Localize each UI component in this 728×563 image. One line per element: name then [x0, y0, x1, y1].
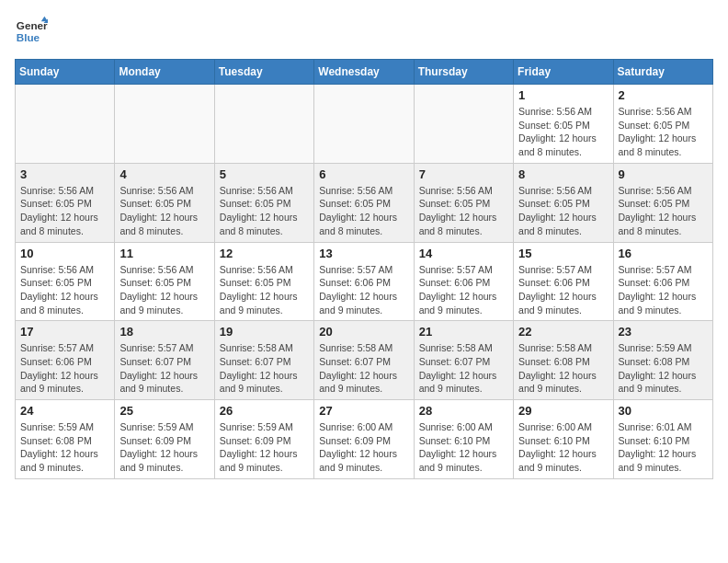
day-of-week-header: Monday: [115, 60, 214, 85]
day-info: Sunrise: 5:56 AM Sunset: 6:05 PM Dayligh…: [518, 105, 608, 159]
day-info: Sunrise: 5:56 AM Sunset: 6:05 PM Dayligh…: [20, 263, 109, 317]
day-number: 1: [518, 88, 608, 102]
day-number: 20: [319, 325, 408, 339]
day-info: Sunrise: 6:01 AM Sunset: 6:10 PM Dayligh…: [619, 420, 708, 475]
day-number: 13: [319, 247, 408, 260]
day-info: Sunrise: 5:56 AM Sunset: 6:05 PM Dayligh…: [518, 184, 608, 238]
day-number: 28: [419, 404, 508, 418]
day-info: Sunrise: 5:56 AM Sunset: 6:05 PM Dayligh…: [119, 263, 209, 317]
calendar-day-cell: 13Sunrise: 5:57 AM Sunset: 6:06 PM Dayli…: [314, 242, 414, 321]
svg-text:Blue: Blue: [17, 31, 40, 43]
day-number: 17: [20, 325, 109, 339]
calendar-day-cell: [414, 85, 513, 164]
calendar-table: SundayMondayTuesdayWednesdayThursdayFrid…: [15, 59, 713, 479]
calendar-day-cell: 8Sunrise: 5:56 AM Sunset: 6:05 PM Daylig…: [514, 163, 613, 242]
day-info: Sunrise: 5:57 AM Sunset: 6:06 PM Dayligh…: [419, 263, 508, 317]
day-of-week-header: Saturday: [613, 60, 712, 85]
calendar-week-row: 1Sunrise: 5:56 AM Sunset: 6:05 PM Daylig…: [16, 85, 713, 164]
calendar-week-row: 17Sunrise: 5:57 AM Sunset: 6:06 PM Dayli…: [16, 321, 713, 400]
day-number: 8: [518, 167, 608, 181]
day-number: 24: [20, 404, 109, 418]
calendar-day-cell: 28Sunrise: 6:00 AM Sunset: 6:10 PM Dayli…: [414, 400, 513, 479]
day-of-week-header: Sunday: [16, 60, 115, 85]
day-info: Sunrise: 6:00 AM Sunset: 6:09 PM Dayligh…: [319, 420, 408, 475]
day-info: Sunrise: 5:57 AM Sunset: 6:06 PM Dayligh…: [20, 341, 109, 396]
day-info: Sunrise: 5:57 AM Sunset: 6:06 PM Dayligh…: [619, 263, 708, 317]
day-info: Sunrise: 5:58 AM Sunset: 6:07 PM Dayligh…: [220, 341, 309, 396]
day-number: 14: [419, 247, 508, 260]
calendar-day-cell: 30Sunrise: 6:01 AM Sunset: 6:10 PM Dayli…: [613, 400, 712, 479]
calendar-day-cell: 14Sunrise: 5:57 AM Sunset: 6:06 PM Dayli…: [414, 242, 513, 321]
calendar-week-row: 24Sunrise: 5:59 AM Sunset: 6:08 PM Dayli…: [16, 400, 713, 479]
day-number: 15: [518, 247, 608, 260]
calendar-day-cell: 1Sunrise: 5:56 AM Sunset: 6:05 PM Daylig…: [514, 85, 613, 164]
calendar-day-cell: 22Sunrise: 5:58 AM Sunset: 6:08 PM Dayli…: [514, 321, 613, 400]
day-of-week-header: Thursday: [414, 60, 513, 85]
day-info: Sunrise: 5:59 AM Sunset: 6:09 PM Dayligh…: [220, 420, 309, 475]
day-of-week-header: Friday: [514, 60, 613, 85]
day-info: Sunrise: 5:58 AM Sunset: 6:08 PM Dayligh…: [518, 341, 608, 396]
calendar-week-row: 3Sunrise: 5:56 AM Sunset: 6:05 PM Daylig…: [16, 163, 713, 242]
calendar-day-cell: 21Sunrise: 5:58 AM Sunset: 6:07 PM Dayli…: [414, 321, 513, 400]
day-number: 21: [419, 325, 508, 339]
calendar-week-row: 10Sunrise: 5:56 AM Sunset: 6:05 PM Dayli…: [16, 242, 713, 321]
day-info: Sunrise: 5:56 AM Sunset: 6:05 PM Dayligh…: [220, 263, 309, 317]
day-info: Sunrise: 5:59 AM Sunset: 6:08 PM Dayligh…: [619, 341, 708, 396]
calendar-day-cell: 20Sunrise: 5:58 AM Sunset: 6:07 PM Dayli…: [314, 321, 414, 400]
logo: General Blue: [15, 15, 48, 48]
calendar-day-cell: 11Sunrise: 5:56 AM Sunset: 6:05 PM Dayli…: [115, 242, 214, 321]
calendar-day-cell: 15Sunrise: 5:57 AM Sunset: 6:06 PM Dayli…: [514, 242, 613, 321]
day-number: 27: [319, 404, 408, 418]
calendar-day-cell: 23Sunrise: 5:59 AM Sunset: 6:08 PM Dayli…: [613, 321, 712, 400]
calendar-day-cell: [16, 85, 115, 164]
calendar-day-cell: 16Sunrise: 5:57 AM Sunset: 6:06 PM Dayli…: [613, 242, 712, 321]
day-info: Sunrise: 5:59 AM Sunset: 6:08 PM Dayligh…: [20, 420, 109, 475]
calendar-day-cell: 6Sunrise: 5:56 AM Sunset: 6:05 PM Daylig…: [314, 163, 414, 242]
calendar-day-cell: 26Sunrise: 5:59 AM Sunset: 6:09 PM Dayli…: [214, 400, 313, 479]
day-number: 30: [619, 404, 708, 418]
calendar-day-cell: 17Sunrise: 5:57 AM Sunset: 6:06 PM Dayli…: [16, 321, 115, 400]
calendar-day-cell: 25Sunrise: 5:59 AM Sunset: 6:09 PM Dayli…: [115, 400, 214, 479]
day-number: 18: [119, 325, 209, 339]
calendar-day-cell: 24Sunrise: 5:59 AM Sunset: 6:08 PM Dayli…: [16, 400, 115, 479]
day-number: 6: [319, 167, 408, 181]
calendar-day-cell: 29Sunrise: 6:00 AM Sunset: 6:10 PM Dayli…: [514, 400, 613, 479]
day-info: Sunrise: 5:57 AM Sunset: 6:06 PM Dayligh…: [518, 263, 608, 317]
day-number: 25: [119, 404, 209, 418]
day-number: 9: [619, 167, 708, 181]
day-info: Sunrise: 5:57 AM Sunset: 6:07 PM Dayligh…: [119, 341, 209, 396]
calendar-day-cell: 7Sunrise: 5:56 AM Sunset: 6:05 PM Daylig…: [414, 163, 513, 242]
calendar-day-cell: 3Sunrise: 5:56 AM Sunset: 6:05 PM Daylig…: [16, 163, 115, 242]
day-number: 23: [619, 325, 708, 339]
day-info: Sunrise: 5:57 AM Sunset: 6:06 PM Dayligh…: [319, 263, 408, 317]
calendar-day-cell: [115, 85, 214, 164]
calendar-day-cell: 18Sunrise: 5:57 AM Sunset: 6:07 PM Dayli…: [115, 321, 214, 400]
calendar-day-cell: 10Sunrise: 5:56 AM Sunset: 6:05 PM Dayli…: [16, 242, 115, 321]
calendar-day-cell: 4Sunrise: 5:56 AM Sunset: 6:05 PM Daylig…: [115, 163, 214, 242]
day-number: 4: [119, 167, 209, 181]
calendar-day-cell: 5Sunrise: 5:56 AM Sunset: 6:05 PM Daylig…: [214, 163, 313, 242]
day-info: Sunrise: 5:56 AM Sunset: 6:05 PM Dayligh…: [619, 105, 708, 159]
calendar-day-cell: 2Sunrise: 5:56 AM Sunset: 6:05 PM Daylig…: [613, 85, 712, 164]
day-info: Sunrise: 5:58 AM Sunset: 6:07 PM Dayligh…: [319, 341, 408, 396]
day-info: Sunrise: 5:56 AM Sunset: 6:05 PM Dayligh…: [319, 184, 408, 238]
calendar-day-cell: 9Sunrise: 5:56 AM Sunset: 6:05 PM Daylig…: [613, 163, 712, 242]
day-of-week-header: Tuesday: [214, 60, 313, 85]
calendar-day-cell: [214, 85, 313, 164]
calendar-day-cell: 12Sunrise: 5:56 AM Sunset: 6:05 PM Dayli…: [214, 242, 313, 321]
day-of-week-header: Wednesday: [314, 60, 414, 85]
day-info: Sunrise: 5:56 AM Sunset: 6:05 PM Dayligh…: [20, 184, 109, 238]
day-info: Sunrise: 5:56 AM Sunset: 6:05 PM Dayligh…: [619, 184, 708, 238]
day-number: 16: [619, 247, 708, 260]
day-number: 7: [419, 167, 508, 181]
day-info: Sunrise: 6:00 AM Sunset: 6:10 PM Dayligh…: [518, 420, 608, 475]
calendar-day-cell: [314, 85, 414, 164]
logo-icon: General Blue: [15, 15, 48, 48]
day-info: Sunrise: 5:56 AM Sunset: 6:05 PM Dayligh…: [419, 184, 508, 238]
day-number: 12: [220, 247, 309, 260]
calendar-day-cell: 19Sunrise: 5:58 AM Sunset: 6:07 PM Dayli…: [214, 321, 313, 400]
day-number: 19: [220, 325, 309, 339]
day-info: Sunrise: 6:00 AM Sunset: 6:10 PM Dayligh…: [419, 420, 508, 475]
day-number: 2: [619, 88, 708, 102]
page-header: General Blue: [15, 15, 713, 48]
